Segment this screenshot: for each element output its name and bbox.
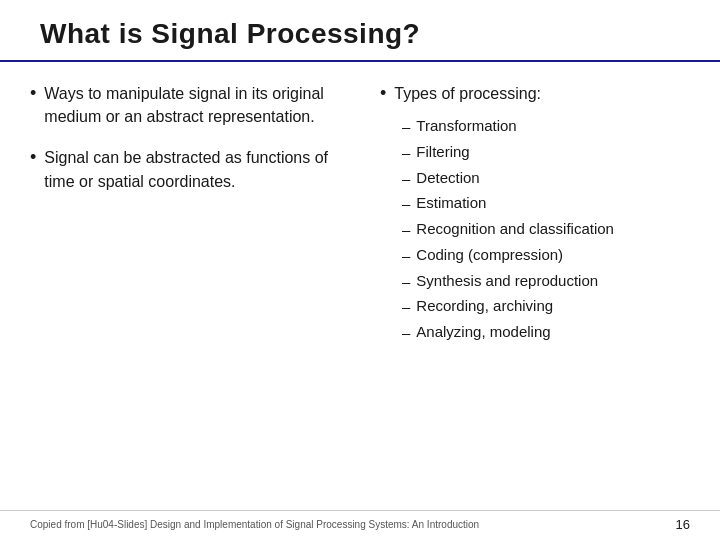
slide-title: What is Signal Processing? <box>40 18 680 50</box>
list-item-text: Recording, archiving <box>416 295 553 317</box>
list-item: –Transformation <box>402 115 690 138</box>
list-item: –Recording, archiving <box>402 295 690 318</box>
dash-list: –Transformation–Filtering–Detection–Esti… <box>402 115 690 344</box>
dash-icon: – <box>402 245 410 267</box>
slide-content: • Ways to manipulate signal in its origi… <box>0 62 720 510</box>
bullet-dot-icon: • <box>30 147 36 168</box>
bullet-dot-icon: • <box>30 83 36 104</box>
list-item: –Filtering <box>402 141 690 164</box>
bullet-item: • Signal can be abstracted as functions … <box>30 146 340 192</box>
slide-footer: Copied from [Hu04-Slides] Design and Imp… <box>0 510 720 540</box>
footer-citation: Copied from [Hu04-Slides] Design and Imp… <box>30 519 479 530</box>
types-header: • Types of processing: <box>380 82 690 105</box>
page-number: 16 <box>676 517 690 532</box>
bullet-icon: • <box>380 83 386 104</box>
left-column: • Ways to manipulate signal in its origi… <box>30 82 350 500</box>
list-item: –Analyzing, modeling <box>402 321 690 344</box>
list-item: –Estimation <box>402 192 690 215</box>
list-item-text: Analyzing, modeling <box>416 321 550 343</box>
dash-icon: – <box>402 168 410 190</box>
slide: What is Signal Processing? • Ways to man… <box>0 0 720 540</box>
dash-icon: – <box>402 296 410 318</box>
dash-icon: – <box>402 193 410 215</box>
dash-icon: – <box>402 271 410 293</box>
slide-header: What is Signal Processing? <box>0 0 720 62</box>
bullet-text: Ways to manipulate signal in its origina… <box>44 82 340 128</box>
dash-icon: – <box>402 322 410 344</box>
dash-icon: – <box>402 142 410 164</box>
right-column: • Types of processing: –Transformation–F… <box>370 82 690 500</box>
list-item-text: Estimation <box>416 192 486 214</box>
list-item-text: Synthesis and reproduction <box>416 270 598 292</box>
list-item-text: Filtering <box>416 141 469 163</box>
list-item: –Coding (compression) <box>402 244 690 267</box>
list-item-text: Recognition and classification <box>416 218 614 240</box>
types-title: Types of processing: <box>394 82 541 105</box>
dash-icon: – <box>402 219 410 241</box>
list-item: –Detection <box>402 167 690 190</box>
list-item-text: Coding (compression) <box>416 244 563 266</box>
list-item-text: Detection <box>416 167 479 189</box>
list-item-text: Transformation <box>416 115 516 137</box>
list-item: –Synthesis and reproduction <box>402 270 690 293</box>
list-item: –Recognition and classification <box>402 218 690 241</box>
dash-icon: – <box>402 116 410 138</box>
bullet-text: Signal can be abstracted as functions of… <box>44 146 340 192</box>
bullet-item: • Ways to manipulate signal in its origi… <box>30 82 340 128</box>
